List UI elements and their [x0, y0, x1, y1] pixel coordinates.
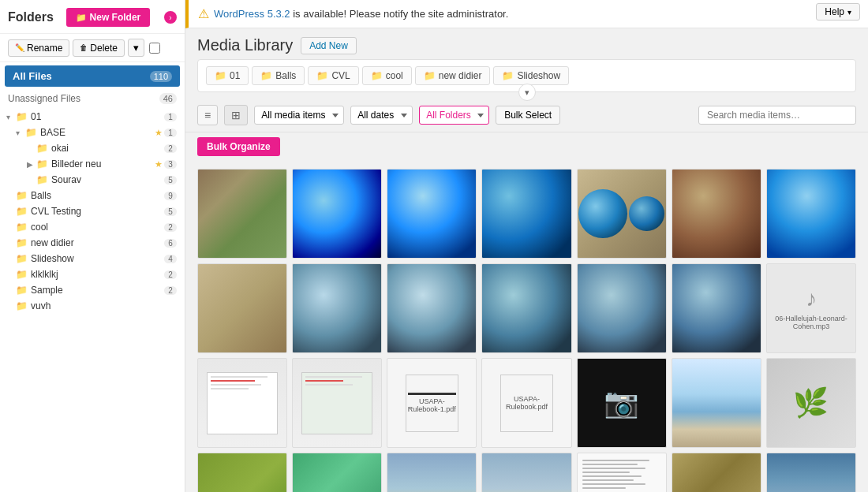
folder-tab-01[interactable]: 📁 01: [206, 66, 249, 85]
bulk-organize-wrap: Bulk Organize: [185, 132, 868, 161]
expand-tabs-button[interactable]: ▾: [518, 84, 536, 101]
new-folder-button[interactable]: New Folder: [66, 8, 151, 27]
media-item-screen2[interactable]: [292, 358, 382, 448]
tree-item-billeder-neu[interactable]: ▶ 📁 Billeder neu ★ 3: [0, 156, 185, 172]
search-input[interactable]: [698, 106, 856, 125]
add-new-button[interactable]: Add New: [301, 37, 357, 54]
folder-tab-cvl[interactable]: 📁 CVL: [308, 66, 358, 85]
media-item-leaf[interactable]: 🌿: [766, 358, 856, 448]
media-item[interactable]: [387, 169, 477, 259]
star-icon: ★: [155, 128, 163, 138]
media-item-pdf1[interactable]: USAPA-Rulebook-1.pdf: [387, 358, 477, 448]
media-grid-wrap: ♪ 06-Hallelujah-Leonard-Cohen.mp3: [185, 161, 868, 492]
all-files-item[interactable]: All Files 110: [5, 65, 180, 87]
media-item-mountain[interactable]: [672, 358, 761, 448]
tree-item-label: BASE: [40, 127, 155, 138]
folder-icon: 📁: [16, 190, 28, 201]
media-item-pdf2[interactable]: USAPA-Rulebook.pdf: [481, 358, 571, 448]
tree-item-vuvh[interactable]: 📁 vuvh: [0, 298, 185, 314]
media-item-tent2[interactable]: [481, 453, 571, 492]
media-item-tent1[interactable]: [387, 453, 477, 492]
folder-tab-label: Balls: [275, 70, 296, 81]
list-view-icon: ≡: [204, 109, 211, 121]
expand-icon: [27, 176, 36, 184]
media-item[interactable]: [577, 169, 667, 259]
rename-label: Rename: [27, 43, 62, 54]
folder-tab-new-didier[interactable]: 📁 new didier: [415, 66, 491, 85]
tree-item-balls[interactable]: 📁 Balls 9: [0, 188, 185, 203]
rename-button[interactable]: Rename: [8, 39, 69, 57]
media-item[interactable]: [292, 169, 382, 259]
bulk-select-button[interactable]: Bulk Select: [496, 106, 560, 125]
tree-item-BASE[interactable]: ▾ 📁 BASE ★ 1: [0, 125, 185, 140]
media-type-filter[interactable]: All media items: [254, 106, 344, 125]
media-item-screen[interactable]: [197, 358, 287, 448]
media-grid: ♪ 06-Hallelujah-Leonard-Cohen.mp3: [197, 169, 856, 492]
tree-item-okai[interactable]: 📁 okai 2: [0, 140, 185, 156]
tree-item-klklklkj[interactable]: 📁 klklklkj 2: [0, 266, 185, 282]
tree-item-01[interactable]: ▾ 📁 01 1: [0, 109, 185, 125]
tree-item-count: 2: [164, 286, 177, 295]
folder-tab-label: Slideshow: [517, 70, 560, 81]
grid-view-icon: ⊞: [231, 109, 241, 121]
date-filter[interactable]: All dates: [350, 106, 413, 125]
expand-icon[interactable]: ▾: [6, 113, 16, 121]
folder-tab-balls[interactable]: 📁 Balls: [252, 66, 305, 85]
tree-item-label: new didier: [31, 237, 164, 248]
folder-tab-slideshow[interactable]: 📁 Slideshow: [493, 66, 569, 85]
more-options-button[interactable]: ▾: [128, 39, 144, 57]
media-item[interactable]: [672, 263, 761, 353]
list-view-button[interactable]: ≡: [197, 105, 218, 125]
expand-icon: [6, 286, 16, 295]
media-item[interactable]: [577, 263, 667, 353]
sidebar-actions: Rename Delete ▾: [0, 34, 185, 62]
help-button[interactable]: Help ▾: [816, 3, 860, 20]
delete-label: Delete: [90, 43, 118, 54]
media-item[interactable]: [481, 169, 571, 259]
tree-item-count: 3: [164, 160, 177, 169]
media-item[interactable]: [766, 169, 856, 259]
folder-tab-label: new didier: [439, 70, 482, 81]
media-item-beach-kids[interactable]: [292, 453, 382, 492]
media-item-document[interactable]: [577, 453, 667, 492]
toolbar: ≡ ⊞ All media items All dates All Folder…: [185, 99, 868, 132]
tree-item-count: 6: [164, 239, 177, 248]
media-item-festival[interactable]: 🎪: [197, 453, 287, 492]
media-item[interactable]: [672, 169, 761, 259]
select-all-checkbox[interactable]: [149, 43, 160, 54]
star-icon: ★: [155, 159, 163, 170]
media-item-music[interactable]: ♪ 06-Hallelujah-Leonard-Cohen.mp3: [766, 263, 856, 353]
tree-item-count: 2: [164, 270, 177, 279]
tree-item-label: cool: [31, 222, 164, 233]
tree-item-count: 5: [164, 207, 177, 216]
tree-item-sample[interactable]: 📁 Sample 2: [0, 282, 185, 298]
media-item-sky[interactable]: [766, 453, 856, 492]
folder-icon: 📁: [16, 300, 28, 311]
media-item-camera[interactable]: 📷: [577, 358, 667, 448]
music-icon: ♪: [806, 286, 817, 311]
media-item[interactable]: [481, 263, 571, 353]
wordpress-link[interactable]: WordPress 5.3.2: [214, 8, 290, 20]
tree-item-new-didier[interactable]: 📁 new didier 6: [0, 235, 185, 251]
media-item[interactable]: [197, 263, 287, 353]
media-item-rocks[interactable]: [672, 453, 761, 492]
tree-item-cool[interactable]: 📁 cool 2: [0, 219, 185, 235]
tree-item-count: 5: [164, 176, 177, 184]
grid-view-button[interactable]: ⊞: [224, 105, 248, 125]
expand-icon[interactable]: ▾: [16, 129, 25, 137]
media-item[interactable]: [197, 169, 287, 259]
media-item[interactable]: [387, 263, 477, 353]
tree-item-label: vuvh: [31, 300, 164, 311]
tree-item-cvl-testing[interactable]: 📁 CVL Testing 5: [0, 203, 185, 219]
folder-tab-icon: 📁: [215, 70, 226, 81]
notice-icon: ⚠: [198, 6, 209, 21]
folder-filter[interactable]: All Folders: [419, 106, 489, 125]
folder-tab-cool[interactable]: 📁 cool: [362, 66, 412, 85]
expand-icon[interactable]: ▶: [27, 160, 36, 169]
bulk-organize-button[interactable]: Bulk Organize: [197, 137, 280, 156]
tree-item-slideshow[interactable]: 📁 Slideshow 4: [0, 251, 185, 266]
tree-item-sourav[interactable]: 📁 Sourav 5: [0, 172, 185, 188]
delete-button[interactable]: Delete: [73, 39, 125, 57]
media-item[interactable]: [292, 263, 382, 353]
folder-tab-label: CVL: [331, 70, 350, 81]
